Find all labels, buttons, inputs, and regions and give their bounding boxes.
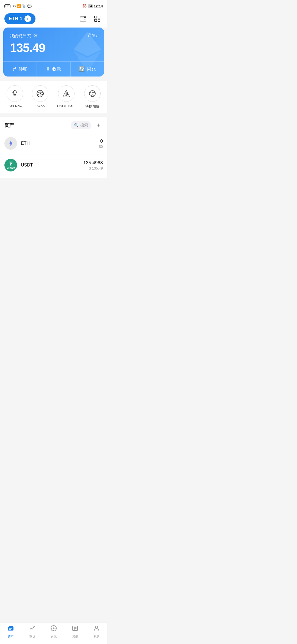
quick-item-usdt-defi[interactable]: USDT DeFi [57,85,75,109]
asset-item-usdt[interactable]: ₮ ERC20 USDT 135.4963 $ 135.49 [4,154,103,176]
dapp-label: DApp [36,104,45,108]
header-actions [78,13,103,24]
search-placeholder: 搜索 [80,123,88,128]
network-badge: 5G [12,4,16,8]
gas-now-label: Gas Now [7,104,22,108]
wallet-icon-button[interactable] [78,13,89,24]
quick-item-gas-now[interactable]: Gas Now [7,85,23,109]
eth-coin-icon [4,137,17,150]
assets-section: 资产 🔍 搜索 + ETH 0 $0 [0,117,107,178]
quick-chain-icon: EVM [84,85,101,102]
dapp-icon [32,85,48,102]
status-right: ⏰ 64 12:14 [82,4,103,8]
quick-item-dapp[interactable]: DApp [32,85,48,109]
status-left: HD 5G 📶 📡 💬 [4,4,32,8]
asset-label: 我的资产($) 👁 [10,33,38,39]
usdt-name: USDT [21,163,83,168]
wifi-icon: 📡 [22,4,26,8]
eth-name: ETH [21,141,99,146]
svg-rect-7 [98,19,100,21]
signal-icon: 📶 [17,4,21,8]
usdt-defi-icon [58,85,75,102]
quick-item-quick-chain[interactable]: EVM 快捷加链 [84,85,101,109]
time-display: 12:14 [94,4,103,8]
scan-icon-button[interactable] [92,13,103,24]
asset-item-eth[interactable]: ETH 0 $0 [4,133,103,154]
visibility-toggle[interactable]: 👁 [34,33,38,39]
network-selector[interactable]: ETH-1 › [4,13,35,24]
quick-chain-label: 快捷加链 [85,104,100,109]
status-bar: HD 5G 📶 📡 💬 ⏰ 64 12:14 [0,0,107,11]
svg-rect-6 [95,19,97,21]
transfer-label: 转账 [19,66,28,72]
svg-marker-8 [74,32,101,56]
eth-balance: 0 $0 [99,138,103,149]
assets-right-controls: 🔍 搜索 + [71,121,103,129]
eth-watermark [68,30,104,77]
receive-icon: ⬇ [46,66,50,72]
alarm-icon: ⏰ [82,4,87,8]
receive-label: 收款 [52,66,61,72]
network-arrow: › [24,15,31,22]
eth-balance-usd: $0 [99,144,103,149]
eth-balance-amount: 0 [99,138,103,144]
asset-label-text: 我的资产($) [10,33,31,39]
receive-button[interactable]: ⬇ 收款 [37,62,70,77]
usdt-coin-icon: ₮ ERC20 [4,159,17,171]
usdt-balance: 135.4963 $ 135.49 [83,160,103,170]
svg-text:EVM: EVM [90,91,95,94]
wechat-icon: 💬 [27,4,32,8]
search-icon: 🔍 [74,123,79,127]
asset-list: ETH 0 $0 ₮ ERC20 USDT 135.4963 $ 135.49 [4,133,103,178]
usdt-defi-label: USDT DeFi [57,104,75,108]
add-asset-button[interactable]: + [95,121,103,129]
transfer-button[interactable]: ⇄ 转账 [3,62,37,77]
assets-header: 资产 🔍 搜索 + [4,117,103,133]
quick-access: Gas Now DApp USDT DeFi [0,81,107,113]
gas-now-icon [7,85,23,102]
assets-title: 资产 [4,122,14,129]
app-header: ETH-1 › [0,11,107,28]
asset-card: 我的资产($) 👁 详情 › 135.49 ⇄ 转账 ⬇ 收款 🔄 闪兑 [3,28,104,77]
svg-rect-5 [98,16,100,18]
transfer-icon: ⇄ [12,66,16,72]
usdt-balance-usd: $ 135.49 [83,166,103,170]
battery-level: 64 [88,4,93,8]
svg-point-1 [85,19,86,20]
search-box[interactable]: 🔍 搜索 [71,121,91,129]
svg-rect-4 [95,16,97,18]
usdt-balance-amount: 135.4963 [83,160,103,166]
hd-badge: HD [4,4,10,8]
network-label: ETH-1 [9,16,22,21]
